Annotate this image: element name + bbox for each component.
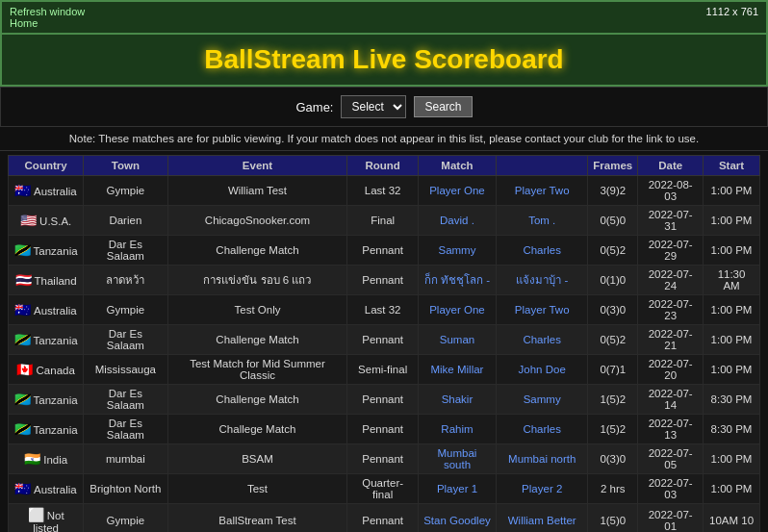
table-row: 🇹🇭 Thailandลาดหว้าการแข่งขัน รอบ 6 แถวPe… [9, 266, 760, 295]
cell-country: 🇨🇦 Canada [9, 355, 84, 385]
col-town: Town [84, 156, 167, 176]
cell-town: Darien [84, 206, 167, 236]
cell-player2[interactable]: Player 2 [497, 474, 588, 504]
cell-player1[interactable]: Shakir [418, 385, 496, 415]
cell-player1[interactable]: Player One [418, 295, 496, 325]
cell-date: 2022-07-24 [638, 266, 704, 295]
cell-event: BallStream Test [167, 504, 347, 533]
main-content: Country Town Event Round Match Frames Da… [0, 151, 768, 532]
cell-frames: 0(1)0 [588, 266, 638, 295]
cell-country: 🇹🇿 Tanzania [9, 385, 84, 415]
cell-round: Last 32 [347, 176, 418, 206]
cell-round: Pennant [347, 325, 418, 355]
cell-player1[interactable]: Player One [418, 176, 496, 206]
cell-country: 🇹🇿 Tanzania [9, 415, 84, 444]
cell-player1[interactable]: Suman [418, 325, 496, 355]
table-row: 🇨🇦 CanadaMississaugaTest Match for Mid S… [9, 355, 760, 385]
cell-country: 🇹🇿 Tanzania [9, 236, 84, 266]
cell-date: 2022-07-21 [638, 325, 704, 355]
header: BallStream Live Scoreboard [0, 35, 768, 87]
game-select-bar: Game: Select Search [0, 87, 768, 127]
cell-player2[interactable]: Player Two [497, 295, 588, 325]
cell-start: 1:00 PM [704, 444, 760, 474]
cell-date: 2022-07-29 [638, 236, 704, 266]
cell-player2[interactable]: Mumbai north [497, 444, 588, 474]
cell-town: Mississauga [84, 355, 167, 385]
cell-player2[interactable]: Charles [497, 236, 588, 266]
cell-player2[interactable]: Charles [497, 415, 588, 444]
cell-round: Pennant [347, 415, 418, 444]
cell-player2[interactable]: Charles [497, 325, 588, 355]
cell-frames: 0(3)0 [588, 295, 638, 325]
cell-event: Test Match for Mid Summer Classic [167, 355, 347, 385]
col-start: Start [704, 156, 760, 176]
table-row: 🇹🇿 TanzaniaDar Es SalaamChallenge MatchP… [9, 236, 760, 266]
cell-start: 1:00 PM [704, 325, 760, 355]
cell-player2[interactable]: William Better [497, 504, 588, 533]
cell-frames: 1(5)0 [588, 504, 638, 533]
cell-town: Gympie [84, 295, 167, 325]
cell-town: Brighton North [84, 474, 167, 504]
top-bar: Refresh window Home 1112 x 761 [0, 0, 768, 35]
cell-event: Challenge Match [167, 385, 347, 415]
cell-country: 🇦🇺 Australia [9, 176, 84, 206]
cell-start: 1:00 PM [704, 355, 760, 385]
cell-round: Pennant [347, 266, 418, 295]
cell-town: mumbai [84, 444, 167, 474]
cell-round: Last 32 [347, 295, 418, 325]
col-country: Country [9, 156, 84, 176]
home-link[interactable]: Home [10, 17, 85, 29]
cell-player1[interactable]: Stan Goodley [418, 504, 496, 533]
search-button[interactable]: Search [414, 96, 472, 117]
cell-event: Test [167, 474, 347, 504]
cell-event: BSAM [167, 444, 347, 474]
table-body: 🇦🇺 AustraliaGympieWilliam TestLast 32Pla… [9, 176, 760, 533]
cell-player2[interactable]: Tom . [497, 206, 588, 236]
game-label: Game: [295, 100, 333, 114]
cell-date: 2022-07-05 [638, 444, 704, 474]
table-row: 🇦🇺 AustraliaBrighton NorthTestQuarter-fi… [9, 474, 760, 504]
cell-town: ลาดหว้า [84, 266, 167, 295]
cell-player2[interactable]: แจ้งมาบุ้า - [497, 266, 588, 295]
cell-player1[interactable]: Mike Millar [418, 355, 496, 385]
cell-player2[interactable]: Sammy [497, 385, 588, 415]
cell-town: Dar Es Salaam [84, 385, 167, 415]
cell-start: 8:30 PM [704, 415, 760, 444]
cell-country: 🇦🇺 Australia [9, 295, 84, 325]
cell-start: 1:00 PM [704, 206, 760, 236]
table-row: 🇹🇿 TanzaniaDar Es SalaamChallege MatchPe… [9, 415, 760, 444]
cell-frames: 0(5)0 [588, 206, 638, 236]
cell-date: 2022-07-20 [638, 355, 704, 385]
cell-country: 🇹🇭 Thailand [9, 266, 84, 295]
cell-town: Dar Es Salaam [84, 415, 167, 444]
cell-frames: 0(7)1 [588, 355, 638, 385]
cell-event: การแข่งขัน รอบ 6 แถว [167, 266, 347, 295]
cell-round: Pennant [347, 504, 418, 533]
cell-player1[interactable]: Sammy [418, 236, 496, 266]
table-row: 🇺🇸 U.S.A.DarienChicagoSnooker.comFinalDa… [9, 206, 760, 236]
game-select[interactable]: Select [341, 95, 406, 118]
cell-date: 2022-08-03 [638, 176, 704, 206]
cell-start: 10AM 10 [704, 504, 760, 533]
scores-table: Country Town Event Round Match Frames Da… [8, 155, 760, 532]
cell-country: ⬜ Not listed [9, 504, 84, 533]
cell-event: Challenge Match [167, 325, 347, 355]
cell-frames: 3(9)2 [588, 176, 638, 206]
cell-player2[interactable]: Player Two [497, 176, 588, 206]
cell-round: Pennant [347, 236, 418, 266]
col-match-p2 [497, 156, 588, 176]
cell-event: William Test [167, 176, 347, 206]
cell-frames: 0(3)0 [588, 444, 638, 474]
cell-player2[interactable]: John Doe [497, 355, 588, 385]
cell-player1[interactable]: Rahim [418, 415, 496, 444]
cell-round: Final [347, 206, 418, 236]
cell-player1[interactable]: ก็ก ทัชชุโลก - [418, 266, 496, 295]
cell-event: Challenge Match [167, 236, 347, 266]
cell-player1[interactable]: David . [418, 206, 496, 236]
cell-country: 🇹🇿 Tanzania [9, 325, 84, 355]
refresh-window-link[interactable]: Refresh window [10, 6, 85, 17]
table-row: ⬜ Not listedGympieBallStream TestPennant… [9, 504, 760, 533]
cell-frames: 0(5)2 [588, 325, 638, 355]
cell-player1[interactable]: Mumbai south [418, 444, 496, 474]
cell-player1[interactable]: Player 1 [418, 474, 496, 504]
